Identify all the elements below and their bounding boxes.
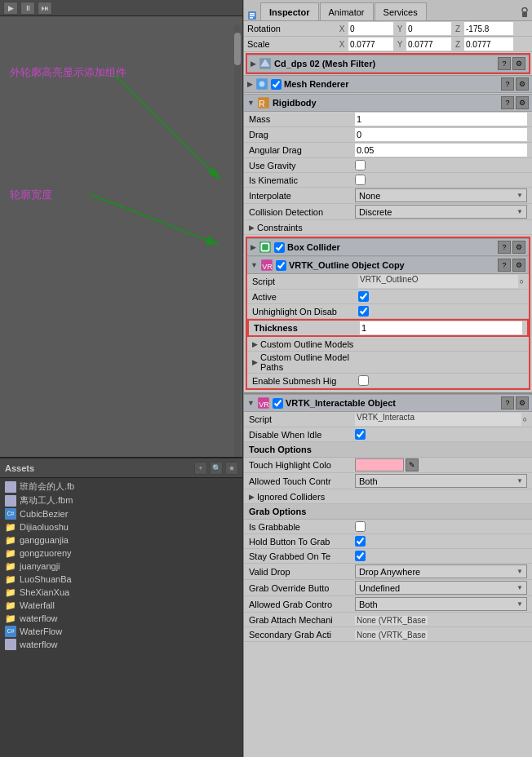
outline-unhighlight-checkbox[interactable] (358, 306, 369, 317)
toolbar-btn-2[interactable]: ⏸ (20, 2, 35, 15)
asset-item-8[interactable]: 📁 SheXianXua (0, 586, 243, 599)
lock-icon-area[interactable] (517, 6, 532, 20)
outline-active-checkbox[interactable] (358, 291, 369, 302)
hold-button-row: Hold Button To Grab (244, 534, 532, 549)
disable-idle-checkbox[interactable] (355, 429, 366, 440)
valid-drop-dropdown[interactable]: Drop Anywhere ▼ (355, 564, 527, 578)
stay-grabbed-checkbox[interactable] (355, 551, 366, 561)
rigidbody-title: Rigidbody (273, 98, 501, 108)
interpolate-dropdown[interactable]: None ▼ (355, 188, 527, 202)
allowed-grab-dropdown[interactable]: Both ▼ (355, 597, 527, 611)
angular-drag-input[interactable] (355, 144, 527, 157)
custom-models-foldout[interactable]: ▶ (252, 340, 258, 348)
hold-button-checkbox[interactable] (355, 536, 366, 547)
interactable-foldout[interactable]: ▼ (247, 399, 255, 407)
asset-item-5[interactable]: 📁 gongzuoreny (0, 547, 243, 560)
is-grabbable-row: Is Grabbable (244, 520, 532, 534)
viewport-scrollbar[interactable] (234, 24, 241, 465)
valid-drop-value: Drop Anywhere (359, 567, 420, 577)
outline-copy-foldout[interactable]: ▼ (250, 261, 258, 269)
box-collider-info-btn[interactable]: ? (498, 241, 511, 254)
outline-copy-checkbox[interactable] (276, 260, 286, 271)
mesh-renderer-foldout[interactable]: ▶ (247, 80, 253, 88)
asset-item-3[interactable]: 📁 Dijiaoluoshu (0, 520, 243, 533)
asset-item-4[interactable]: 📁 gangguanjia (0, 533, 243, 547)
mesh-filter-foldout[interactable]: ▶ (250, 60, 256, 68)
asset-item-9[interactable]: 📁 Waterfall (0, 599, 243, 612)
tab-services[interactable]: Services (375, 2, 427, 20)
interactable-checkbox[interactable] (273, 398, 283, 409)
toolbar-btn-1[interactable]: ▶ (3, 2, 18, 15)
tab-inspector[interactable]: Inspector (260, 2, 319, 20)
asset-item-0[interactable]: 班前会的人.fb (0, 480, 243, 494)
drag-input[interactable] (355, 128, 527, 141)
is-grabbable-checkbox[interactable] (355, 521, 366, 532)
rotation-y-input[interactable] (406, 22, 451, 35)
use-gravity-checkbox[interactable] (355, 160, 366, 170)
lock-icon (521, 7, 529, 17)
asset-item-7[interactable]: 📁 LuoShuanBa (0, 573, 243, 586)
touch-options-label: Touch Options (249, 445, 312, 454)
box-collider-checkbox[interactable] (274, 242, 285, 253)
asset-item-6[interactable]: 📁 juanyangji (0, 560, 243, 573)
interactable-script-value[interactable]: VRTK_Interacta (355, 413, 521, 426)
mass-input[interactable] (355, 113, 527, 126)
thickness-input[interactable] (360, 321, 522, 334)
touch-highlight-edit-btn[interactable]: ✎ (406, 458, 419, 471)
box-collider-gear-btn[interactable]: ⚙ (512, 241, 525, 254)
box-collider-foldout[interactable]: ▶ (250, 243, 256, 251)
asset-name-11: WaterFlow (20, 626, 62, 636)
grab-override-dropdown[interactable]: Undefined ▼ (355, 581, 527, 595)
outline-script-value-container: VRTK_OutlineO ○ (358, 275, 524, 288)
asset-icon-10: 📁 (5, 613, 16, 624)
assets-star-btn[interactable]: ★ (225, 462, 238, 475)
mesh-filter-gear-btn[interactable]: ⚙ (512, 57, 525, 70)
outline-copy-info-btn[interactable]: ? (498, 259, 511, 272)
outline-copy-gear-btn[interactable]: ⚙ (512, 259, 525, 272)
mesh-renderer-checkbox[interactable] (271, 79, 282, 90)
asset-item-1[interactable]: 离动工人.fbm (0, 494, 243, 507)
rigidbody-foldout[interactable]: ▼ (247, 99, 255, 107)
asset-item-2[interactable]: C# CubicBezier (0, 507, 243, 520)
scale-x-input[interactable] (348, 38, 393, 51)
interactable-info-btn[interactable]: ? (501, 396, 514, 409)
secondary-grab-value[interactable]: None (VRTK_Base (355, 631, 428, 640)
assets-search-btn[interactable]: 🔍 (210, 462, 223, 475)
rotation-z-input[interactable] (464, 22, 513, 35)
collision-detection-arrow: ▼ (516, 208, 523, 215)
mesh-filter-info-btn[interactable]: ? (498, 57, 511, 70)
ignored-colliders-row: ▶ Ignored Colliders (244, 489, 532, 504)
rigidbody-info-btn[interactable]: ? (501, 96, 514, 109)
interactable-gear-btn[interactable]: ⚙ (516, 396, 529, 409)
custom-paths-foldout[interactable]: ▶ (252, 358, 258, 366)
touch-highlight-swatch[interactable] (355, 458, 404, 471)
assets-create-btn[interactable]: + (194, 462, 207, 475)
scale-y-input[interactable] (406, 38, 451, 51)
asset-item-11[interactable]: C# WaterFlow (0, 625, 243, 638)
asset-item-10[interactable]: 📁 waterflow (0, 612, 243, 625)
scale-z-input[interactable] (464, 38, 513, 51)
interactable-script-link[interactable]: ○ (523, 415, 527, 423)
outline-script-value[interactable]: VRTK_OutlineO (358, 275, 518, 288)
is-kinematic-checkbox[interactable] (355, 175, 366, 185)
collision-detection-dropdown[interactable]: Discrete ▼ (355, 205, 527, 219)
rigidbody-gear-btn[interactable]: ⚙ (516, 96, 529, 109)
toolbar-btn-3[interactable]: ⏭ (38, 2, 52, 15)
tab-animator[interactable]: Animator (320, 2, 374, 20)
grab-override-dropdown-container: Undefined ▼ (355, 581, 527, 595)
outline-script-link-icon[interactable]: ○ (520, 277, 524, 286)
mesh-renderer-gear-btn[interactable]: ⚙ (516, 77, 529, 91)
submesh-checkbox[interactable] (358, 375, 369, 386)
constraints-foldout[interactable]: ▶ (249, 224, 255, 232)
rotation-row: Rotation X Y Z (244, 21, 532, 37)
allowed-touch-dropdown[interactable]: Both ▼ (355, 474, 527, 488)
rotation-x-input[interactable] (348, 22, 393, 35)
allowed-grab-value: Both (359, 600, 378, 609)
grab-attach-value[interactable]: None (VRTK_Base (355, 616, 428, 625)
asset-icon-12 (5, 639, 16, 650)
mesh-renderer-info-btn[interactable]: ? (501, 77, 514, 91)
ignored-colliders-foldout[interactable]: ▶ (249, 493, 255, 501)
asset-icon-3: 📁 (5, 521, 16, 533)
touch-highlight-row: Touch Highlight Colo ✎ (244, 458, 532, 473)
asset-item-12[interactable]: waterflow (0, 638, 243, 651)
